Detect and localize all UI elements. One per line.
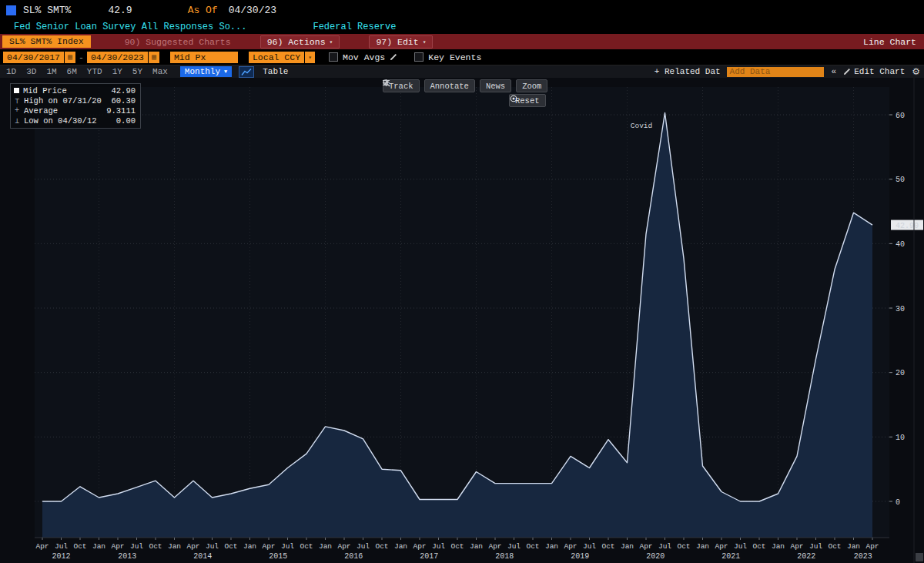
svg-text:Apr: Apr bbox=[413, 542, 426, 551]
key-events-checkbox[interactable] bbox=[414, 52, 424, 62]
svg-text:Oct: Oct bbox=[224, 542, 237, 551]
collapse-icon[interactable]: « bbox=[832, 67, 837, 76]
period-button-5y[interactable]: 5Y bbox=[132, 67, 142, 76]
x-axis-labels: AprJulOctJanAprJulOctJanAprJulOctJanAprJ… bbox=[35, 538, 879, 561]
key-events-control: Key Events bbox=[414, 52, 481, 62]
line-chart-icon[interactable] bbox=[239, 66, 254, 78]
svg-text:Oct: Oct bbox=[149, 542, 162, 551]
period-button-1d[interactable]: 1D bbox=[6, 67, 16, 76]
date-to-input[interactable]: 04/30/2023 bbox=[87, 52, 148, 63]
security-field[interactable]: SL% SMT% Index bbox=[2, 35, 91, 48]
add-data-input[interactable]: Add Data bbox=[727, 67, 824, 77]
gear-icon[interactable]: ⚙ bbox=[912, 66, 920, 77]
chart-legend: Mid Price 42.90 ⊤ High on 07/31/20 60.30… bbox=[10, 83, 141, 129]
svg-text:Apr: Apr bbox=[337, 542, 350, 551]
track-label: Track bbox=[389, 82, 413, 91]
svg-text:Jan: Jan bbox=[394, 542, 407, 551]
reset-label: Reset bbox=[515, 96, 540, 106]
year-label: 2016 bbox=[344, 552, 363, 561]
svg-text:Oct: Oct bbox=[300, 542, 313, 551]
svg-text:Apr: Apr bbox=[186, 542, 199, 551]
legend-high-row[interactable]: ⊤ High on 07/31/20 60.30 bbox=[14, 96, 136, 106]
annotate-label: Annotate bbox=[430, 82, 469, 91]
security-ticker: SL% SMT% bbox=[23, 5, 71, 16]
high-marker-icon: ⊤ bbox=[14, 96, 20, 106]
reset-button[interactable]: Reset bbox=[509, 94, 546, 107]
frequency-select[interactable]: Monthly ▼ bbox=[180, 66, 232, 77]
related-data-button[interactable]: + Related Dat bbox=[654, 67, 721, 76]
chevron-down-icon: ▾ bbox=[330, 36, 333, 48]
chart-type-label: Line Chart bbox=[863, 37, 916, 47]
period-button-ytd[interactable]: YTD bbox=[87, 67, 102, 76]
window-icon[interactable] bbox=[6, 5, 16, 15]
year-label: 2019 bbox=[571, 552, 589, 561]
zoom-button[interactable]: Zoom bbox=[516, 79, 547, 92]
actions-menu-label: 96) Actions bbox=[267, 36, 326, 48]
controls-bar: 04/30/2017 ▦ - 04/30/2023 ▦ Mid Px Local… bbox=[0, 49, 924, 65]
bloomberg-terminal: SL% SMT% 42.9 As Of 04/30/23 Fed Senior … bbox=[0, 0, 924, 563]
news-label: News bbox=[486, 82, 505, 91]
low-value: 0.00 bbox=[116, 116, 136, 126]
svg-text:Jan: Jan bbox=[470, 542, 483, 551]
legend-series-row[interactable]: Mid Price 42.90 bbox=[14, 85, 136, 96]
period-button-3d[interactable]: 3D bbox=[26, 67, 36, 76]
average-marker-icon: + bbox=[14, 106, 20, 115]
calendar-icon[interactable]: ▦ bbox=[65, 52, 75, 63]
pencil-icon[interactable] bbox=[390, 53, 397, 61]
svg-text:Jul: Jul bbox=[583, 542, 596, 551]
magnifier-icon bbox=[383, 79, 390, 87]
as-of-date: 04/30/23 bbox=[229, 5, 276, 16]
pencil-icon bbox=[843, 68, 851, 75]
period-button-6m[interactable]: 6M bbox=[67, 67, 77, 76]
svg-text:Oct: Oct bbox=[375, 542, 388, 551]
key-events-label: Key Events bbox=[428, 52, 481, 62]
svg-text:Apr: Apr bbox=[865, 542, 879, 551]
year-label: 2015 bbox=[269, 552, 287, 561]
last-value-badge: 42.90 bbox=[891, 220, 923, 230]
annotate-button[interactable]: Annotate bbox=[424, 79, 475, 92]
mov-avgs-checkbox[interactable] bbox=[329, 52, 338, 62]
price-field-select[interactable]: Mid Px bbox=[170, 52, 238, 63]
edit-chart-button[interactable]: Edit Chart bbox=[843, 67, 905, 76]
resize-grip[interactable] bbox=[916, 553, 923, 561]
title-bar: SL% SMT% 42.9 As Of 04/30/23 bbox=[0, 0, 924, 20]
high-label: High on 07/31/20 bbox=[24, 96, 102, 106]
y-axis-label: 20 bbox=[896, 369, 905, 377]
date-from-input[interactable]: 04/30/2017 bbox=[3, 52, 64, 63]
average-value: 9.3111 bbox=[106, 106, 136, 116]
year-label: 2022 bbox=[797, 552, 815, 561]
legend-average-row[interactable]: + Average 9.3111 bbox=[14, 106, 136, 116]
year-label: 2023 bbox=[854, 552, 872, 561]
table-button[interactable]: Table bbox=[263, 67, 288, 76]
security-last-value: 42.9 bbox=[108, 5, 132, 16]
period-button-max[interactable]: Max bbox=[152, 67, 168, 76]
svg-text:Oct: Oct bbox=[73, 542, 86, 551]
period-bar: 1D3D1M6MYTD1Y5YMax Monthly ▼ Table + Rel… bbox=[0, 65, 924, 78]
chevron-down-icon[interactable]: ▾ bbox=[305, 52, 315, 63]
news-button[interactable]: News bbox=[480, 79, 511, 92]
svg-text:Jul: Jul bbox=[281, 542, 294, 551]
currency-select[interactable]: Local CCY bbox=[249, 52, 304, 63]
legend-low-row[interactable]: ⊥ Low on 04/30/12 0.00 bbox=[14, 116, 136, 126]
suggested-charts-menu[interactable]: 90) Suggested Charts bbox=[125, 37, 231, 47]
calendar-icon[interactable]: ▦ bbox=[149, 52, 159, 63]
svg-text:Jul: Jul bbox=[206, 542, 219, 551]
svg-text:Apr: Apr bbox=[35, 542, 49, 551]
period-button-1y[interactable]: 1Y bbox=[112, 67, 122, 76]
svg-text:Jan: Jan bbox=[621, 542, 634, 551]
svg-text:Oct: Oct bbox=[450, 542, 464, 551]
svg-text:Jul: Jul bbox=[55, 542, 68, 551]
svg-text:Oct: Oct bbox=[601, 542, 614, 551]
edit-menu-label: 97) Edit bbox=[376, 36, 418, 48]
actions-menu[interactable]: 96) Actions ▾ bbox=[260, 35, 340, 49]
period-button-1m[interactable]: 1M bbox=[46, 67, 56, 76]
function-bar: SL% SMT% Index 90) Suggested Charts 96) … bbox=[0, 34, 924, 49]
svg-text:Apr: Apr bbox=[488, 542, 501, 551]
edit-menu[interactable]: 97) Edit ▾ bbox=[369, 35, 433, 49]
svg-text:Apr: Apr bbox=[564, 542, 577, 551]
svg-text:Oct: Oct bbox=[752, 542, 765, 551]
price-chart[interactable]: 0102030405060AprJulOctJanAprJulOctJanApr… bbox=[0, 78, 924, 563]
year-label: 2012 bbox=[52, 552, 70, 561]
svg-text:Jan: Jan bbox=[243, 542, 256, 551]
y-axis-label: 30 bbox=[896, 305, 905, 313]
